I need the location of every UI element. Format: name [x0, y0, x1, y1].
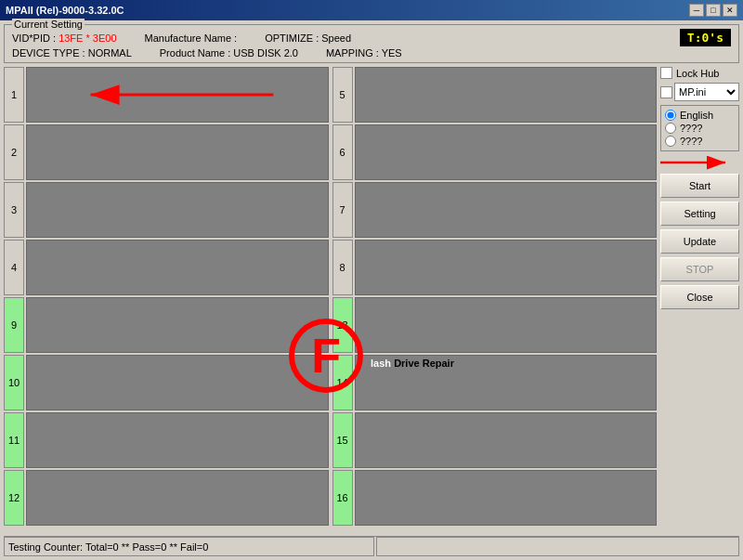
- maximize-button[interactable]: □: [706, 4, 721, 17]
- window-controls: ─ □ ✕: [689, 4, 737, 17]
- slot-row-16: 16: [332, 470, 658, 526]
- vid-pid-value: 13FE * 3E00: [59, 33, 116, 44]
- slot-button-4[interactable]: 4: [4, 240, 24, 295]
- status-text: Testing Counter: Total=0 ** Pass=0 ** Fa…: [4, 537, 374, 556]
- timer-badge: T:0's: [680, 29, 731, 46]
- lang-option3-radio[interactable]: [665, 136, 676, 147]
- slot-display-9: [26, 297, 329, 353]
- slot-button-9[interactable]: 9: [4, 297, 24, 353]
- stop-button[interactable]: STOP: [660, 257, 739, 281]
- lock-hub-label: Lock Hub: [676, 68, 719, 79]
- status-right: [376, 537, 739, 556]
- slot-row-9: 9: [4, 297, 329, 353]
- right-panel: Lock Hub MP.ini English ????: [660, 67, 739, 532]
- slot-row-7: 7: [332, 182, 658, 238]
- slot-display-12: [26, 470, 329, 526]
- slot-row-12: 12: [4, 470, 329, 526]
- slot-display-4: [26, 240, 329, 295]
- slot-display-5: [355, 67, 658, 123]
- lang-english-row: English: [665, 110, 735, 121]
- title-bar: MPAII (Rel)-9000-3.32.0C ─ □ ✕: [0, 0, 743, 20]
- slot-button-14[interactable]: 14: [332, 355, 353, 410]
- slot-button-3[interactable]: 3: [4, 182, 24, 238]
- manufacture-name: Manufacture Name :: [145, 33, 238, 44]
- slot-display-16: [355, 470, 658, 526]
- mapping: MAPPING : YES: [326, 47, 402, 59]
- slot-button-5[interactable]: 5: [332, 67, 353, 123]
- start-button[interactable]: Start: [660, 174, 739, 198]
- lang-english-radio[interactable]: [665, 110, 676, 121]
- main-window: Current Setting T:0's VID*PID : 13FE * 3…: [0, 20, 743, 560]
- lang-option3-row: ????: [665, 136, 735, 147]
- slot-button-6[interactable]: 6: [332, 124, 353, 180]
- slot-display-6: [355, 124, 658, 180]
- slot-row-10: 10: [4, 355, 329, 410]
- slot-row-11: 11: [4, 412, 329, 468]
- slot-row-5: 5: [332, 67, 658, 123]
- mp-ini-row: MP.ini: [660, 83, 739, 101]
- lock-hub-row: Lock Hub: [660, 67, 739, 79]
- mp-ini-select[interactable]: MP.ini: [674, 83, 739, 101]
- slot-display-1: [26, 67, 329, 123]
- lang-option3-label: ????: [680, 136, 702, 147]
- slot-row-6: 6: [332, 124, 658, 180]
- status-bar: Testing Counter: Total=0 ** Pass=0 ** Fa…: [4, 536, 739, 556]
- slot-display-11: [26, 412, 329, 468]
- current-setting-label: Current Setting: [12, 19, 85, 30]
- device-type: DEVICE TYPE : NORMAL: [12, 47, 132, 59]
- update-button[interactable]: Update: [660, 229, 739, 254]
- slot-button-2[interactable]: 2: [4, 124, 24, 180]
- close-button[interactable]: ✕: [723, 4, 737, 17]
- slot-button-8[interactable]: 8: [332, 240, 353, 295]
- slot-display-3: [26, 182, 329, 238]
- slot-row-13: 13: [332, 297, 658, 353]
- slot-display-14: [355, 355, 658, 410]
- lang-english-label: English: [680, 110, 713, 121]
- setting-row-1: VID*PID : 13FE * 3E00 Manufacture Name :…: [12, 33, 731, 44]
- vid-pid: VID*PID : 13FE * 3E00: [12, 33, 117, 44]
- slot-row-1: 1: [4, 67, 329, 123]
- slot-display-10: [26, 355, 329, 410]
- mp-ini-checkbox[interactable]: [660, 86, 672, 98]
- slot-display-7: [355, 182, 658, 238]
- slot-button-7[interactable]: 7: [332, 182, 353, 238]
- current-setting-panel: Current Setting T:0's VID*PID : 13FE * 3…: [4, 24, 739, 63]
- right-buttons: Start Setting Update STOP Close: [660, 174, 739, 309]
- lock-hub-checkbox[interactable]: [660, 67, 672, 79]
- slot-row-2: 2: [4, 124, 329, 180]
- slot-button-12[interactable]: 12: [4, 470, 24, 526]
- slot-row-4: 4: [4, 240, 329, 295]
- slot-button-16[interactable]: 16: [332, 470, 353, 526]
- slots-area: 1 2 3 4: [4, 67, 657, 532]
- setting-button[interactable]: Setting: [660, 202, 739, 226]
- start-arrow: [660, 155, 735, 170]
- slot-button-11[interactable]: 11: [4, 412, 24, 468]
- slot-row-14: 14: [332, 355, 658, 410]
- window-title: MPAII (Rel)-9000-3.32.0C: [6, 5, 124, 16]
- slot-row-8: 8: [332, 240, 658, 295]
- optimize: OPTIMIZE : Speed: [265, 33, 351, 44]
- language-group: English ???? ????: [660, 105, 739, 151]
- slot-row-15: 15: [332, 412, 658, 468]
- slot-display-8: [355, 240, 658, 295]
- slot-button-15[interactable]: 15: [332, 412, 353, 468]
- setting-row-2: DEVICE TYPE : NORMAL Product Name : USB …: [12, 47, 731, 59]
- slot-button-13[interactable]: 13: [332, 297, 353, 353]
- slot-row-3: 3: [4, 182, 329, 238]
- slot-button-10[interactable]: 10: [4, 355, 24, 410]
- slot-display-15: [355, 412, 658, 468]
- product-name: Product Name : USB DISK 2.0: [160, 47, 298, 59]
- minimize-button[interactable]: ─: [689, 4, 704, 17]
- slot-display-13: [355, 297, 658, 353]
- lang-option2-radio[interactable]: [665, 123, 676, 134]
- left-slot-column: 1 2 3 4: [4, 67, 329, 532]
- slot-display-2: [26, 124, 329, 180]
- slot-button-1[interactable]: 1: [4, 67, 24, 123]
- right-slot-column: 5 6 7 8 13: [332, 67, 658, 532]
- close-button-main[interactable]: Close: [660, 285, 739, 309]
- lang-option2-row: ????: [665, 123, 735, 134]
- lang-option2-label: ????: [680, 123, 702, 134]
